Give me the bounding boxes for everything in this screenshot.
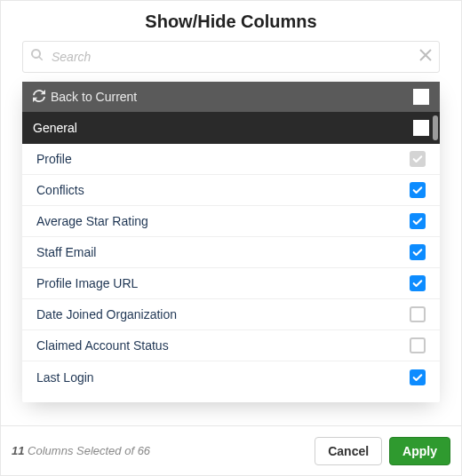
column-row[interactable]: Average Star Rating (22, 206, 440, 237)
column-row[interactable]: Profile (22, 144, 440, 175)
back-to-current-bar[interactable]: Back to Current (22, 82, 440, 112)
column-label: Conflicts (36, 183, 84, 197)
section-label: General (33, 121, 77, 135)
column-label: Profile (36, 152, 72, 166)
modal-body: Back to Current General ProfileConflicts… (1, 41, 461, 425)
column-row[interactable]: Profile Image URL (22, 268, 440, 299)
close-icon[interactable] (419, 49, 432, 65)
column-label: Staff Email (36, 245, 96, 259)
footer-buttons: Cancel Apply (315, 437, 450, 465)
cancel-button[interactable]: Cancel (315, 437, 382, 465)
column-label: Profile Image URL (36, 276, 138, 290)
columns-list: ProfileConflictsAverage Star RatingStaff… (22, 144, 440, 402)
column-checkbox[interactable] (410, 369, 426, 385)
column-row[interactable]: Conflicts (22, 175, 440, 206)
search-input[interactable] (50, 49, 419, 65)
column-row[interactable]: Last Login (22, 361, 440, 393)
columns-panel: Back to Current General ProfileConflicts… (22, 82, 440, 402)
column-row[interactable]: Staff Email (22, 237, 440, 268)
column-label: Date Joined Organization (36, 307, 177, 321)
back-to-current-checkbox[interactable] (413, 89, 429, 105)
section-checkbox[interactable] (413, 120, 429, 136)
column-row[interactable]: Claimed Account Status (22, 330, 440, 361)
apply-button[interactable]: Apply (389, 437, 450, 465)
column-checkbox[interactable] (410, 275, 426, 291)
show-hide-columns-modal: Show/Hide Columns Back to Current (0, 0, 462, 476)
column-label: Claimed Account Status (36, 338, 169, 353)
column-checkbox[interactable] (410, 182, 426, 198)
refresh-icon (33, 90, 45, 105)
column-label: Last Login (36, 370, 94, 385)
scrollbar-thumb[interactable] (433, 115, 438, 140)
column-checkbox[interactable] (410, 213, 426, 229)
search-icon (30, 48, 44, 66)
column-checkbox[interactable] (410, 306, 426, 322)
column-checkbox[interactable] (410, 244, 426, 260)
back-to-current-label: Back to Current (51, 90, 137, 104)
column-row[interactable]: Date Joined Organization (22, 299, 440, 330)
modal-title: Show/Hide Columns (1, 1, 461, 41)
selected-count: 11 (12, 444, 24, 457)
modal-footer: 11 Columns Selected of 66 Cancel Apply (1, 425, 461, 475)
column-checkbox[interactable] (410, 337, 426, 353)
selection-status: 11 Columns Selected of 66 (12, 444, 150, 457)
column-label: Average Star Rating (36, 214, 148, 228)
column-checkbox (410, 151, 426, 167)
section-header[interactable]: General (22, 112, 440, 144)
search-field[interactable] (22, 41, 440, 73)
selected-rest: Columns Selected of 66 (24, 444, 150, 457)
